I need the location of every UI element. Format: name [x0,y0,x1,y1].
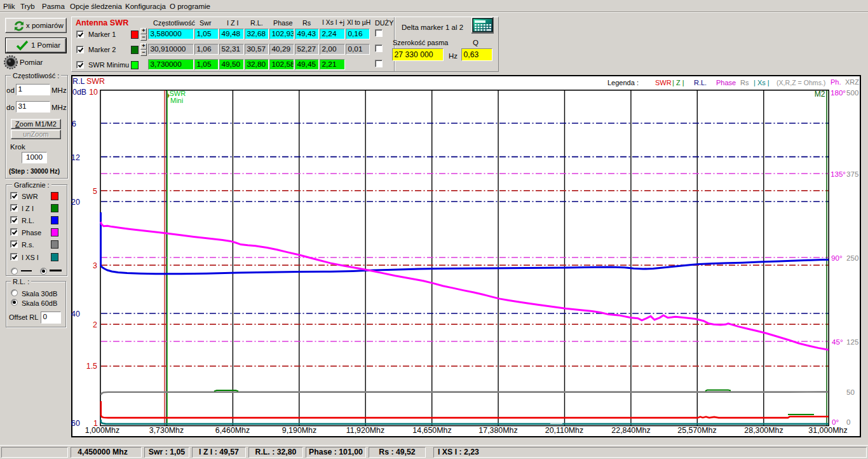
svg-text:R.L.: R.L. [694,79,707,86]
svg-text:50: 50 [846,388,855,396]
svg-text:6: 6 [72,120,76,128]
svg-text:SWR: SWR [655,79,672,86]
svg-text:250: 250 [846,254,858,262]
svg-text:500: 500 [846,88,858,97]
svg-text:Mini: Mini [170,97,183,104]
svg-text:R.L: R.L [72,77,85,86]
svg-text:40: 40 [71,310,80,319]
svg-text:1,000Mhz: 1,000Mhz [85,426,119,435]
svg-text:60: 60 [71,419,80,428]
svg-text:25,570Mhz: 25,570Mhz [677,426,716,435]
svg-text:5: 5 [93,187,97,196]
svg-text:10: 10 [89,88,98,97]
svg-text:11,920Mhz: 11,920Mhz [346,426,384,435]
svg-text:375: 375 [846,170,858,178]
svg-text:3,730Mhz: 3,730Mhz [149,426,184,435]
svg-text:31,000Mhz: 31,000Mhz [808,426,847,435]
svg-text:Rs: Rs [740,79,749,86]
svg-text:0°: 0° [832,418,839,426]
svg-text:6,460Mhz: 6,460Mhz [215,426,250,435]
svg-text:0dB: 0dB [72,88,86,97]
svg-text:90°: 90° [831,254,843,262]
svg-text:Phase: Phase [716,79,736,86]
svg-text:0: 0 [846,418,850,426]
svg-text:1.5: 1.5 [86,362,97,371]
svg-text:17,380Mhz: 17,380Mhz [478,426,517,435]
svg-text:28,300Mhz: 28,300Mhz [744,426,783,435]
svg-text:Legenda :: Legenda : [607,79,639,86]
svg-text:22,840Mhz: 22,840Mhz [611,426,650,435]
svg-text:125: 125 [846,338,858,346]
svg-text:| Z |: | Z | [672,79,684,86]
svg-text:20: 20 [71,198,80,207]
svg-text:12: 12 [71,153,80,162]
svg-text:2: 2 [93,320,97,329]
svg-text:9,190Mhz: 9,190Mhz [282,426,316,435]
svg-text:45°: 45° [832,338,843,346]
svg-text:(X,R,Z = Ohms.): (X,R,Z = Ohms.) [776,79,825,86]
svg-text:14,650Mhz: 14,650Mhz [412,426,451,435]
svg-text:20,110Mhz: 20,110Mhz [545,426,583,435]
svg-text:M2: M2 [815,90,825,99]
svg-text:3: 3 [93,261,97,270]
svg-text:SWR: SWR [86,77,105,86]
svg-text:135°: 135° [831,170,846,178]
svg-text:| Xs |: | Xs | [754,79,770,86]
svg-text:Ph.: Ph. [831,78,841,86]
svg-text:XRZ: XRZ [845,78,859,86]
svg-text:180°: 180° [831,88,846,97]
